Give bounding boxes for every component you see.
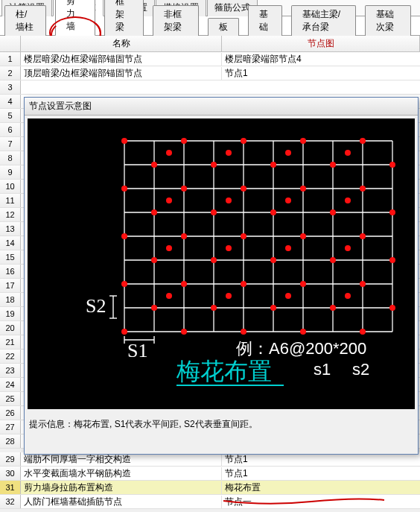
header-rownum xyxy=(0,36,21,51)
svg-point-73 xyxy=(166,245,172,251)
row-pic[interactable]: 节点1 xyxy=(222,67,420,80)
row-number: 1 xyxy=(0,52,21,66)
table-row[interactable]: 30 水平变截面墙水平钢筋构造 节点1 xyxy=(0,467,420,481)
row-pic[interactable]: 梅花布置 xyxy=(222,481,420,494)
row-pic[interactable]: 节点1 xyxy=(222,453,420,466)
svg-point-78 xyxy=(226,293,232,299)
subtab-framebeam[interactable]: 框架梁 xyxy=(104,0,144,36)
svg-point-66 xyxy=(226,150,232,156)
svg-point-49 xyxy=(389,257,395,263)
svg-point-43 xyxy=(300,233,306,239)
svg-point-77 xyxy=(166,293,172,299)
table-row[interactable]: 2 顶层暗梁/边框梁端部锚固节点 节点1 xyxy=(0,66,420,80)
row-number: 20 xyxy=(0,321,21,335)
svg-point-42 xyxy=(241,233,246,239)
s1-label: S1 xyxy=(127,340,147,361)
svg-point-41 xyxy=(181,233,187,239)
svg-point-65 xyxy=(166,150,172,156)
row-number: 24 xyxy=(0,378,21,391)
subtab-foundation[interactable]: 基础 xyxy=(248,5,282,36)
row-number: 25 xyxy=(0,392,21,405)
row-name[interactable]: 水平变截面墙水平钢筋构造 xyxy=(21,467,222,480)
svg-point-33 xyxy=(300,186,306,192)
subtab-nonframebeam[interactable]: 非框架梁 xyxy=(153,5,199,36)
table-row[interactable]: 1 楼层暗梁/边框梁端部锚固节点 楼层暗梁端部节点4 xyxy=(0,52,420,66)
svg-point-48 xyxy=(330,257,336,263)
row-name[interactable]: 楼层暗梁/边框梁端部锚固节点 xyxy=(21,53,222,66)
svg-point-36 xyxy=(211,209,217,215)
svg-point-38 xyxy=(330,209,336,215)
svg-point-79 xyxy=(285,293,291,299)
row-number: 29 xyxy=(0,452,21,466)
svg-point-40 xyxy=(121,233,127,239)
svg-point-29 xyxy=(389,162,395,168)
svg-point-20 xyxy=(121,138,127,144)
row-number: 22 xyxy=(0,350,21,363)
row-name[interactable]: 顶层暗梁/边框梁端部锚固节点 xyxy=(21,67,222,80)
svg-point-72 xyxy=(345,197,351,203)
row-number: 18 xyxy=(0,293,21,306)
row-name[interactable]: 人防门框墙基础插筋节点 xyxy=(21,496,222,508)
svg-point-34 xyxy=(360,186,366,192)
svg-point-70 xyxy=(226,197,232,203)
big-label: 梅花布置 xyxy=(176,358,272,385)
subtab-shearwall[interactable]: 剪力墙 xyxy=(55,0,95,36)
svg-point-47 xyxy=(270,257,276,263)
svg-point-61 xyxy=(181,329,187,335)
row-number: 19 xyxy=(0,307,21,320)
table-row[interactable]: 3 xyxy=(0,80,420,95)
svg-point-50 xyxy=(121,281,127,287)
svg-point-21 xyxy=(181,138,187,144)
row-number: 21 xyxy=(0,335,21,349)
svg-point-23 xyxy=(300,138,306,144)
svg-point-39 xyxy=(389,209,395,215)
row-number: 6 xyxy=(0,123,21,136)
svg-point-64 xyxy=(360,329,366,335)
svg-point-25 xyxy=(151,162,157,168)
s2-small: s2 xyxy=(352,360,369,379)
row-number: 23 xyxy=(0,364,21,377)
row-name[interactable]: 剪力墙身拉筋布置构造 xyxy=(21,481,222,494)
svg-point-57 xyxy=(270,305,276,311)
row-number: 16 xyxy=(0,265,21,278)
svg-point-54 xyxy=(360,281,366,287)
row-number: 10 xyxy=(0,180,21,193)
row-number: 27 xyxy=(0,420,21,434)
s2-label: S2 xyxy=(86,295,106,317)
row-number: 30 xyxy=(0,467,21,480)
row-pic[interactable]: 节点1 xyxy=(222,467,420,480)
example-text: 例：A6@200*200 xyxy=(236,339,366,358)
svg-point-30 xyxy=(121,186,127,192)
row-number: 7 xyxy=(0,137,21,151)
svg-point-37 xyxy=(270,209,276,215)
svg-point-44 xyxy=(360,233,366,239)
subtab-found-mainbeam[interactable]: 基础主梁/承台梁 xyxy=(291,5,357,36)
svg-point-24 xyxy=(360,138,366,144)
row-number: 12 xyxy=(0,208,21,221)
svg-point-26 xyxy=(211,162,217,168)
row-number: 31 xyxy=(0,481,21,494)
sub-tab-bar: 柱/墙柱 剪力墙 框架梁 非框架梁 板 基础 基础主梁/承台梁 基础次梁 xyxy=(0,16,420,36)
table-row[interactable]: 32 人防门框墙基础插筋节点 节点一 xyxy=(0,495,420,509)
subtab-slab[interactable]: 板 xyxy=(208,18,239,36)
row-number: 2 xyxy=(0,66,21,80)
svg-point-22 xyxy=(241,138,246,144)
diagram-window: 节点设置示意图 S2 S1 例：A6@200*200 s1 s2 梅花布置 xyxy=(24,97,419,455)
row-number: 26 xyxy=(0,406,21,420)
row-name[interactable]: 端肋不同厚墙一字相交构造 xyxy=(21,453,222,466)
svg-point-75 xyxy=(285,245,291,251)
subtab-found-secbeam[interactable]: 基础次梁 xyxy=(365,5,411,36)
svg-point-35 xyxy=(151,209,157,215)
subtab-column[interactable]: 柱/墙柱 xyxy=(4,5,46,36)
svg-point-28 xyxy=(330,162,336,168)
table-row[interactable]: 31 剪力墙身拉筋布置构造 梅花布置 xyxy=(0,481,420,495)
svg-point-71 xyxy=(285,197,291,203)
svg-point-32 xyxy=(241,186,246,192)
s1-small: s1 xyxy=(314,360,331,379)
row-pic[interactable]: 节点一 xyxy=(222,496,420,508)
row-number: 3 xyxy=(0,80,21,94)
svg-point-27 xyxy=(270,162,276,168)
row-pic[interactable]: 楼层暗梁端部节点4 xyxy=(222,53,420,66)
svg-point-80 xyxy=(345,293,351,299)
svg-point-31 xyxy=(181,186,187,192)
